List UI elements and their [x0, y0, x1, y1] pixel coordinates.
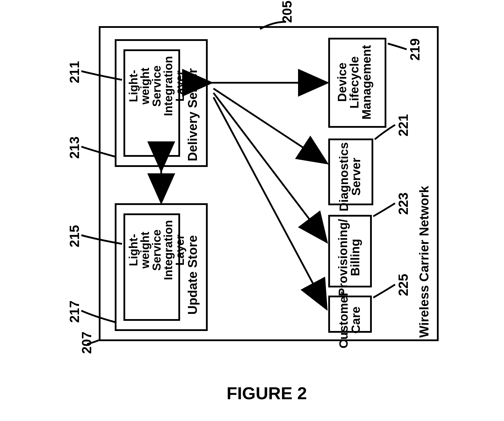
delivery-server-inner-label: Light- weight Service Integration Layer	[128, 56, 186, 116]
ref-217: 217	[68, 301, 81, 323]
diagnostics-server-label: Diagnostics Server	[338, 142, 362, 211]
wireless-carrier-network-label: Wireless Carrier Network	[418, 186, 431, 338]
ref-223: 223	[397, 192, 410, 215]
ref-215: 215	[68, 225, 81, 247]
figure-caption: FIGURE 2	[227, 383, 307, 403]
update-store-label: Update Store	[186, 235, 199, 315]
ref-205: 205	[280, 1, 294, 23]
ref-207: 207	[80, 332, 93, 354]
update-store-inner-label: Light- weight Service Integration Layer	[128, 220, 186, 280]
figure-canvas: Wireless Carrier Network Delivery Server…	[0, 0, 504, 421]
ref-211: 211	[68, 61, 81, 83]
provisioning-billing-label: Provisioning/ Billing	[337, 219, 361, 296]
device-lifecycle-mgmt-label: Device Lifecycle Management	[336, 45, 373, 120]
ref-225: 225	[397, 274, 410, 296]
ref-213: 213	[68, 136, 81, 159]
ref-221: 221	[397, 114, 410, 136]
customer-care-label: Customer Care	[338, 292, 362, 348]
delivery-server-label: Delivery Server	[186, 68, 199, 161]
ref-219: 219	[408, 38, 422, 61]
